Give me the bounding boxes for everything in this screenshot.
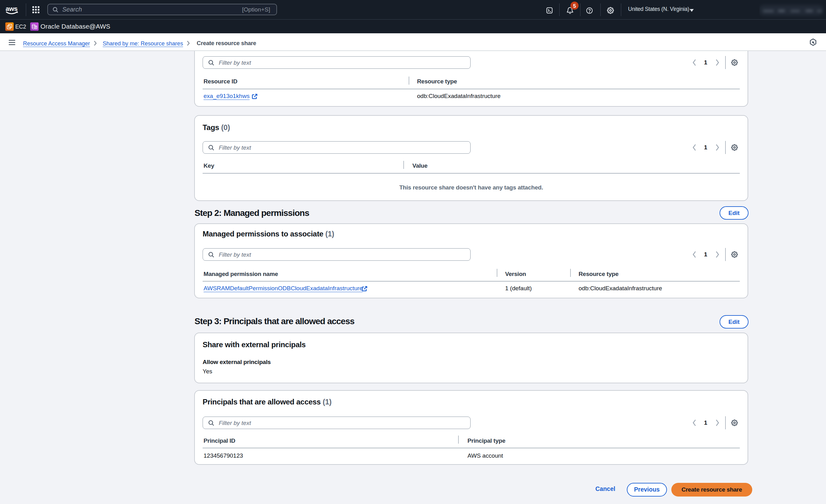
svg-text:aws: aws — [6, 5, 17, 12]
